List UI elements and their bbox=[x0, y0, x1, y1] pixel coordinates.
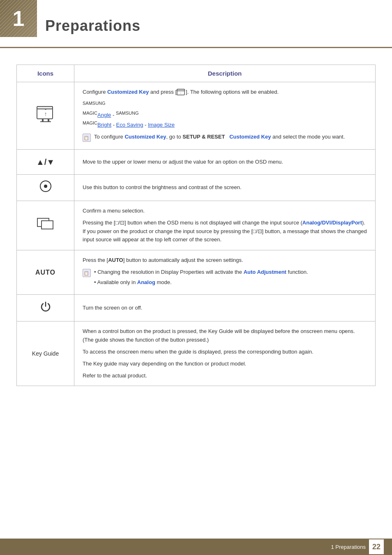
monitor-description-cell: Configure Customized Key and press [↑]. … bbox=[74, 82, 376, 150]
desc-para-1: Configure Customized Key and press [↑]. … bbox=[83, 88, 367, 97]
power-desc-text: Turn the screen on or off. bbox=[83, 305, 142, 311]
circle-desc-text: Use this button to control the brightnes… bbox=[83, 184, 242, 190]
key-guide-label: Key Guide bbox=[32, 350, 59, 357]
auto-bullet-1: • Changing the resolution in Display Pro… bbox=[94, 268, 308, 277]
note-text-1: To configure Customized Key, go to SETUP… bbox=[94, 133, 345, 141]
footer-text: 1 Preparations bbox=[331, 544, 366, 550]
up-down-arrows-icon: ▲/▼ bbox=[36, 157, 55, 166]
table-row: Confirm a menu selection. Pressing the [… bbox=[17, 201, 376, 250]
note-box-1: To configure Customized Key, go to SETUP… bbox=[83, 133, 367, 142]
svg-text:↑: ↑ bbox=[44, 111, 47, 117]
svg-rect-1 bbox=[37, 106, 53, 109]
table-row: Use this button to control the brightnes… bbox=[17, 175, 376, 201]
key-guide-para-2: To access the onscreen menu when the gui… bbox=[83, 348, 367, 356]
circle-description-cell: Use this button to control the brightnes… bbox=[74, 175, 376, 201]
icons-column-header: Icons bbox=[17, 65, 74, 82]
key-guide-para-4: Refer to the actual product. bbox=[83, 372, 367, 380]
table-row: Turn the screen on or off. bbox=[17, 294, 376, 321]
svg-rect-4 bbox=[42, 119, 44, 121]
auto-bullets: • Changing the resolution in Display Pro… bbox=[94, 268, 308, 287]
source-icon-cell bbox=[17, 201, 74, 250]
main-content: Icons Description ↑ bbox=[0, 48, 392, 402]
table-row: ▲/▼ Move to the upper or lower menu or a… bbox=[17, 150, 376, 175]
arrows-description-cell: Move to the upper or lower menu or adjus… bbox=[74, 150, 376, 175]
page-title: Preparations bbox=[45, 8, 392, 35]
icons-table: Icons Description ↑ bbox=[16, 65, 376, 386]
auto-desc-para-1: Press the [AUTO] button to automatically… bbox=[83, 256, 367, 265]
power-icon-cell bbox=[17, 294, 74, 321]
key-guide-para-1: When a control button on the product is … bbox=[83, 327, 367, 345]
monitor-icon-cell: ↑ bbox=[17, 82, 74, 150]
monitor-up-icon: ↑ bbox=[36, 106, 55, 123]
description-column-header: Description bbox=[74, 65, 376, 82]
table-row: AUTO Press the [AUTO] button to automati… bbox=[17, 250, 376, 294]
chapter-number: 1 bbox=[13, 6, 25, 31]
rect2 bbox=[41, 220, 53, 229]
note-box-2: • Changing the resolution in Display Pro… bbox=[83, 268, 367, 287]
auto-text-icon: AUTO bbox=[35, 269, 55, 276]
eco-saving-link[interactable]: Eco Saving bbox=[116, 122, 143, 128]
circle-dot-icon bbox=[40, 180, 51, 192]
angle-link[interactable]: Angle bbox=[97, 112, 111, 118]
power-description-cell: Turn the screen on or off. bbox=[74, 294, 376, 321]
key-guide-para-3: The Key guide may vary depending on the … bbox=[83, 360, 367, 368]
source-switch-icon bbox=[37, 218, 54, 230]
source-desc-para-2: Pressing the [□/⊡] button when the OSD m… bbox=[83, 219, 367, 244]
power-icon bbox=[39, 301, 52, 313]
source-description-cell: Confirm a menu selection. Pressing the [… bbox=[74, 201, 376, 250]
circle-dot-icon-cell bbox=[17, 175, 74, 201]
auto-bullet-2: • Available only in Analog mode. bbox=[94, 278, 308, 287]
note-icon-2 bbox=[83, 269, 91, 277]
key-guide-icon-cell: Key Guide bbox=[17, 321, 74, 386]
page-number: 22 bbox=[369, 539, 384, 554]
monitor-inline-icon: ↑ bbox=[177, 89, 186, 96]
header-number-badge: 1 bbox=[0, 0, 37, 37]
desc-links-line: SAMSUNGMAGICAngle - SAMSUNGMAGICBright -… bbox=[83, 100, 367, 130]
svg-rect-5 bbox=[48, 119, 49, 121]
table-row: Key Guide When a control button on the p… bbox=[17, 321, 376, 386]
table-header-row: Icons Description bbox=[17, 65, 376, 82]
svg-text:↑: ↑ bbox=[180, 92, 182, 95]
bright-link[interactable]: Bright bbox=[97, 122, 111, 128]
page-footer: 1 Preparations 22 bbox=[0, 539, 392, 555]
customized-key-text: Customized Key bbox=[107, 89, 149, 95]
note-icon-1 bbox=[83, 134, 91, 142]
page-header: 1 Preparations bbox=[0, 0, 392, 48]
svg-rect-8 bbox=[177, 89, 184, 91]
table-row: ↑ Configure Customized Key and press [↑]… bbox=[17, 82, 376, 150]
image-size-link[interactable]: Image Size bbox=[148, 122, 175, 128]
arrows-icon-cell: ▲/▼ bbox=[17, 150, 74, 175]
arrows-desc-text: Move to the upper or lower menu or adjus… bbox=[83, 159, 283, 165]
source-desc-para-1: Confirm a menu selection. bbox=[83, 207, 367, 215]
auto-icon-cell: AUTO bbox=[17, 250, 74, 294]
svg-rect-6 bbox=[40, 121, 51, 122]
auto-description-cell: Press the [AUTO] button to automatically… bbox=[74, 250, 376, 294]
key-guide-description-cell: When a control button on the product is … bbox=[74, 321, 376, 386]
